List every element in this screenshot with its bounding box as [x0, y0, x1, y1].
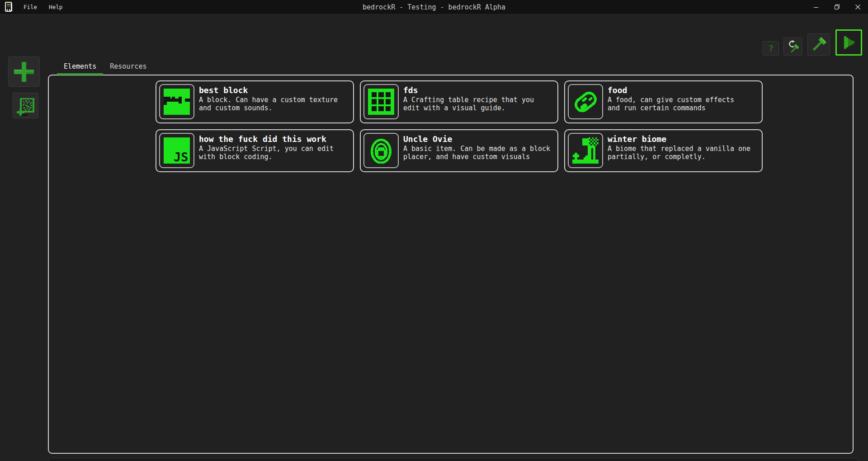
element-description-line: partially, or completly. — [608, 153, 750, 161]
element-description-line: A biome that replaced a vanilla one — [608, 145, 750, 153]
js-glyph: JS — [174, 150, 188, 164]
element-description-line: with block coding. — [199, 153, 334, 161]
element-description-line: A JavaScript Script, you can edit — [199, 145, 334, 153]
element-description-line: A Crafting table recipe that you — [403, 96, 534, 104]
element-description-line: A basic item. Can be made as a block — [403, 145, 550, 153]
tab-bar: Elements Resources — [57, 60, 154, 75]
minimize-button[interactable] — [806, 0, 826, 14]
block-icon — [164, 89, 190, 115]
hammer-icon — [810, 36, 828, 54]
run-button[interactable] — [835, 29, 862, 56]
spawn-egg-icon — [368, 137, 394, 164]
element-card-text: winter biome A biome that replaced a van… — [608, 133, 750, 169]
element-card-grid: best block A block. Can have a custom te… — [156, 80, 763, 172]
restore-icon — [834, 4, 840, 10]
element-title: food — [608, 85, 734, 96]
element-description-line: A block. Can have a custom texture — [199, 96, 338, 104]
menu-help[interactable]: Help — [43, 0, 68, 14]
element-card-best-block[interactable]: best block A block. Can have a custom te… — [156, 80, 354, 123]
element-icon-box — [363, 133, 399, 168]
steak-icon — [572, 89, 599, 115]
rebuild-button[interactable] — [783, 38, 802, 56]
elements-panel: best block A block. Can have a custom te… — [48, 75, 854, 454]
menubar: File Help — [18, 0, 68, 14]
element-icon-box — [568, 133, 603, 168]
element-icon-box — [568, 84, 603, 119]
titlebar: File Help bedrockR - Testing - bedrockR … — [0, 0, 868, 14]
element-description-line: edit with a visual guide. — [403, 104, 534, 112]
menu-file[interactable]: File — [18, 0, 43, 14]
help-button[interactable]: ? — [763, 41, 779, 56]
element-title: best block — [199, 85, 338, 96]
element-card-winter-biome[interactable]: winter biome A biome that replaced a van… — [564, 129, 763, 172]
element-card-text: food A food, can give custom effects and… — [608, 84, 734, 120]
rebuild-hammer-icon — [786, 39, 800, 54]
element-title: how the fuck did this work — [199, 133, 334, 145]
element-icon-box — [363, 84, 399, 119]
crafting-grid-icon — [368, 89, 394, 115]
biome-tree-icon — [572, 137, 599, 164]
tab-resources[interactable]: Resources — [103, 60, 153, 75]
app-logo-icon — [4, 1, 13, 13]
element-card-text: Uncle Ovie A basic item. Can be made as … — [403, 133, 550, 169]
element-card-text: how the fuck did this work A JavaScript … — [199, 133, 334, 169]
element-description-line: and custom sounds. — [199, 104, 338, 112]
element-card-script[interactable]: JS how the fuck did this work A JavaScri… — [156, 129, 354, 172]
add-plus-icon — [12, 60, 36, 84]
minimize-icon — [813, 5, 819, 10]
element-card-text: best block A block. Can have a custom te… — [199, 84, 338, 120]
window-controls — [806, 0, 868, 14]
element-icon-box: JS — [159, 133, 194, 168]
restore-button[interactable] — [826, 0, 847, 14]
element-card-text: fds A Crafting table recipe that you edi… — [403, 84, 534, 120]
element-card-fds[interactable]: fds A Crafting table recipe that you edi… — [360, 80, 558, 123]
add-texture-icon — [15, 95, 36, 116]
question-mark-icon: ? — [765, 43, 776, 54]
element-title: winter biome — [608, 133, 750, 145]
element-description-line: and run certain commands — [608, 104, 734, 112]
tab-elements[interactable]: Elements — [57, 60, 103, 75]
question-glyph: ? — [769, 44, 774, 53]
close-button[interactable] — [847, 0, 868, 14]
element-icon-box — [159, 84, 194, 119]
element-description-line: placer, and have custom visuals — [403, 153, 550, 161]
js-icon: JS — [164, 137, 190, 164]
build-button[interactable] — [807, 33, 830, 56]
element-description-line: A food, can give custom effects — [608, 96, 734, 104]
add-element-button[interactable] — [8, 56, 40, 87]
element-card-uncle-ovie[interactable]: Uncle Ovie A basic item. Can be made as … — [360, 129, 558, 172]
element-title: Uncle Ovie — [403, 133, 550, 145]
element-title: fds — [403, 85, 534, 96]
window-title: bedrockR - Testing - bedrockR Alpha — [0, 0, 868, 14]
close-icon — [855, 4, 861, 10]
element-card-food[interactable]: food A food, can give custom effects and… — [564, 80, 763, 123]
horizontal-scrollbar-track[interactable] — [49, 458, 858, 461]
play-icon — [839, 33, 859, 52]
add-texture-button[interactable] — [13, 93, 38, 118]
